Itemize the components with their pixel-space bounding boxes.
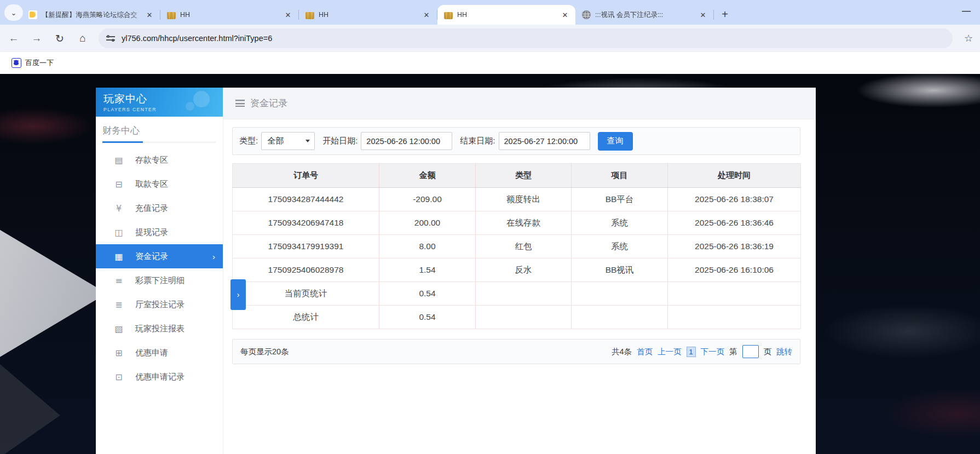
close-icon[interactable]: ✕ [145,10,154,20]
player-bet-report-icon: ▧ [113,324,124,334]
cell-amount: -209.00 [379,188,476,211]
sidebar-item-recharge-records[interactable]: ¥ 充值记录 [96,196,223,220]
first-page-link[interactable]: 首页 [637,347,653,357]
funds-record-icon: ▦ [113,251,124,262]
sidebar-item-label: 资金记录 [135,251,168,262]
page-title-bar: 资金记录 [223,88,816,119]
tab-title: 【新提醒】海燕策略论坛综合交 [42,10,145,20]
sidebar-item-promo-apply[interactable]: ⊞ 优惠申请 [96,341,223,365]
forward-icon[interactable]: → [27,29,46,48]
cell-order-id: 1750934179919391 [233,235,379,258]
cell-empty [668,306,801,329]
tab-hh-active[interactable]: HH ✕ [437,5,575,25]
type-select-value: 全部 [267,136,284,146]
sidebar-item-player-bet-report[interactable]: ▧ 玩家投注报表 [96,317,223,341]
query-button[interactable]: 查询 [598,132,633,151]
bookmark-baidu[interactable]: 百度一下 [8,58,54,68]
deposit-card-icon: ▤ [113,155,124,165]
recharge-moneybag-icon: ¥ [113,203,124,214]
end-date-label: 结束日期: [460,136,495,146]
current-page-indicator[interactable]: 1 [687,347,696,357]
close-icon[interactable]: ✕ [422,10,431,20]
sidebar: 玩家中心 PLAYERS CENTER 财务中心 ▤ 存款专区 ⊟ 取款专区 ¥… [96,88,223,454]
back-icon[interactable]: ← [4,29,23,48]
bookmarks-bar: 百度一下 [0,52,980,74]
hall-bet-record-icon: ≣ [113,300,124,310]
type-select[interactable]: 全部 [261,132,315,150]
tab-search-button[interactable]: ⌄ [4,4,23,21]
cell-order-id: 1750934206947418 [233,211,379,235]
sidebar-item-promo-records[interactable]: ⊡ 优惠申请记录 [96,365,223,389]
sidebar-item-funds-records[interactable]: ▦ 资金记录 › [96,244,223,268]
baidu-paw-icon [11,58,21,68]
window-minimize-button[interactable]: — [958,3,975,19]
sidebar-section-header: 财务中心 [96,117,223,148]
withdraw-hand-icon: ⊟ [113,179,124,189]
tab-title: :::视讯 会员下注纪录::: [595,10,698,20]
close-icon[interactable]: ✕ [283,10,293,20]
withdrawal-record-icon: ◫ [113,227,124,238]
prev-page-link[interactable]: 上一页 [658,347,682,357]
tab-hh-1[interactable]: HH ✕ [160,5,298,25]
jump-button[interactable]: 跳转 [776,347,792,357]
header-process-time: 处理时间 [668,164,801,188]
sidebar-item-withdraw[interactable]: ⊟ 取款专区 [96,172,223,196]
filter-bar: 类型: 全部 开始日期: 结束日期: 查询 [232,127,800,155]
main-content: 资金记录 类型: 全部 开始日期: 结束日期: 查询 [223,88,816,454]
tab-forum[interactable]: 【新提醒】海燕策略论坛综合交 ✕ [22,5,160,25]
bookmark-star-icon[interactable]: ☆ [960,30,977,47]
header-project: 项目 [572,164,668,188]
close-icon[interactable]: ✕ [698,10,708,20]
tab-hh-2[interactable]: HH ✕ [299,5,437,25]
cell-project: BB视讯 [572,258,668,282]
sidebar-item-withdrawal-records[interactable]: ◫ 提现记录 [96,220,223,244]
page-title: 资金记录 [250,97,287,110]
sidebar-subtitle: PLAYERS CENTER [103,107,223,112]
page-size-text: 每页显示20条 [240,347,289,357]
browser-tab-strip: ⌄ 【新提醒】海燕策略论坛综合交 ✕ HH ✕ HH ✕ HH ✕ :::视讯 … [0,0,980,25]
home-icon[interactable]: ⌂ [73,29,92,48]
close-icon[interactable]: ✕ [560,10,570,20]
background-triangle-decor [0,211,107,370]
tab-video-records[interactable]: :::视讯 会员下注纪录::: ✕ [575,5,713,25]
jump-page-input[interactable] [742,345,759,358]
url-text[interactable]: yl756.com/hhcp/usercenter.html?iniType=6 [122,34,272,43]
header-amount: 金额 [379,164,476,188]
table-row: 1750934179919391 8.00 红包 系统 2025-06-26 1… [233,235,801,258]
address-bar[interactable]: yl756.com/hhcp/usercenter.html?iniType=6 [99,28,953,48]
cell-empty [476,282,572,306]
cell-process-time: 2025-06-26 18:38:07 [668,188,801,211]
sidebar-item-label: 玩家投注报表 [135,324,185,334]
cell-project: BB平台 [572,188,668,211]
start-date-label: 开始日期: [322,136,358,146]
sidebar-item-label: 优惠申请 [135,348,168,358]
cell-amount: 8.00 [379,235,476,258]
cell-empty [572,306,668,329]
cell-empty [668,282,801,306]
globe-favicon-icon [582,10,591,19]
header-type: 类型 [476,164,572,188]
sidebar-item-label: 充值记录 [135,203,168,214]
site-info-icon[interactable] [106,35,115,42]
table-row-page-stats: 当前页统计 0.54 [233,282,801,306]
sidebar-collapse-toggle[interactable]: › [230,279,246,310]
end-date-input[interactable] [499,132,590,150]
cell-empty [572,282,668,306]
reload-icon[interactable]: ↻ [50,29,69,48]
tab-title: HH [319,11,422,19]
new-tab-button[interactable]: + [717,7,733,22]
sidebar-item-hall-bet-records[interactable]: ≣ 厅室投注记录 [96,292,223,317]
start-date-input[interactable] [361,132,452,150]
cell-type: 反水 [476,258,572,282]
players-center-banner: 玩家中心 PLAYERS CENTER [96,88,223,117]
sidebar-item-label: 取款专区 [135,179,168,189]
gamepad-decor-icon [186,102,194,111]
table-row: 1750925406028978 1.54 反水 BB视讯 2025-06-26… [233,258,801,282]
sidebar-item-lottery-detail[interactable]: ≡ 彩票下注明细 [96,268,223,292]
chevron-right-icon: › [212,252,215,261]
cell-type: 在线存款 [476,211,572,235]
table-row-total-stats: 总统计 0.54 [233,306,801,329]
sidebar-item-deposit[interactable]: ▤ 存款专区 [96,148,223,172]
next-page-link[interactable]: 下一页 [701,347,725,357]
table-header-row: 订单号 金额 类型 项目 处理时间 [233,164,801,188]
